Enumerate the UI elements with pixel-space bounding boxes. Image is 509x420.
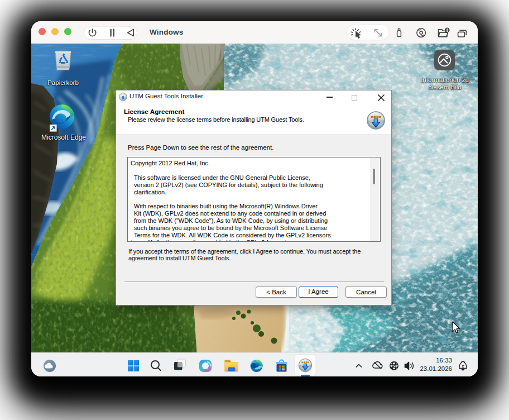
svg-text:z: z: [462, 364, 464, 369]
